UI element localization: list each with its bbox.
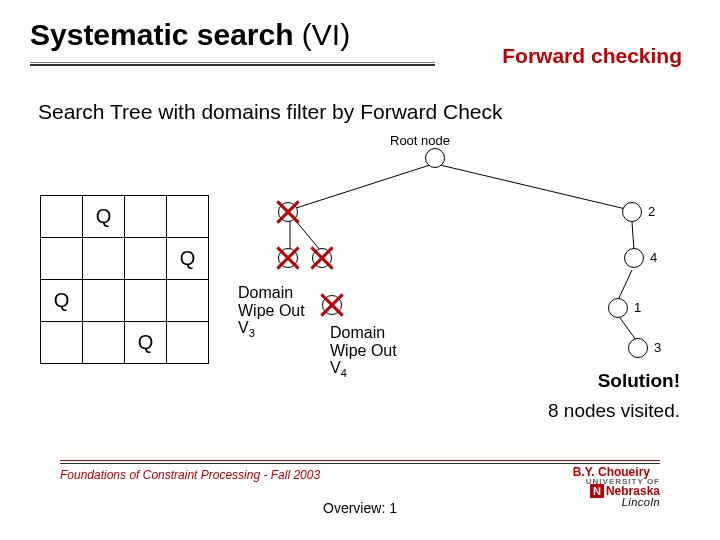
wipe2-l2: Wipe Out: [330, 342, 397, 359]
title-paren: (VI): [294, 18, 351, 51]
queen-cell: Q: [83, 196, 125, 238]
svg-line-5: [618, 270, 632, 300]
wipeout-label-1: Domain Wipe Out V3: [238, 284, 305, 339]
svg-line-0: [290, 165, 430, 210]
tree-node: [608, 298, 628, 318]
node-number: 4: [650, 250, 657, 265]
wipe1-sub: 3: [249, 327, 255, 339]
queen-cell: Q: [41, 280, 83, 322]
queen-cell: Q: [125, 322, 167, 364]
cross-icon: [275, 199, 301, 225]
wipe2-sub: 4: [341, 367, 347, 379]
footer-overview: Overview: 1: [0, 500, 720, 516]
wipe2-l1: Domain: [330, 324, 385, 341]
tree-node: [624, 248, 644, 268]
table-row: Q: [41, 196, 209, 238]
title-area: Systematic search (VI) Forward checking: [30, 18, 690, 52]
wipeout-label-2: Domain Wipe Out V4: [330, 324, 397, 379]
tree-node: [622, 202, 642, 222]
svg-line-4: [632, 222, 634, 250]
nebraska-n-icon: N: [590, 484, 604, 498]
node-number: 2: [648, 204, 655, 219]
subtitle: Search Tree with domains filter by Forwa…: [38, 100, 503, 124]
node-number: 3: [654, 340, 661, 355]
solution-label: Solution!: [598, 370, 680, 392]
tree-node: [628, 338, 648, 358]
svg-line-1: [440, 165, 630, 210]
wipe2-var: V: [330, 359, 341, 376]
cross-icon: [319, 292, 345, 318]
root-node-label: Root node: [390, 133, 450, 148]
title-main: Systematic search: [30, 18, 294, 51]
node-number: 1: [634, 300, 641, 315]
wipe1-l2: Wipe Out: [238, 302, 305, 319]
cross-icon: [275, 245, 301, 271]
table-row: Q: [41, 238, 209, 280]
wipe1-l1: Domain: [238, 284, 293, 301]
queen-cell: Q: [167, 238, 209, 280]
queens-board: Q Q Q Q: [40, 195, 209, 364]
footer-rule: [60, 460, 660, 461]
table-row: Q: [41, 322, 209, 364]
title-right: Forward checking: [502, 44, 682, 68]
footer-rule2: [60, 463, 660, 464]
cross-icon: [309, 245, 335, 271]
tree-node-root: [425, 148, 445, 168]
svg-line-6: [620, 318, 636, 340]
slide: Systematic search (VI) Forward checking …: [0, 0, 720, 540]
title-underline: [30, 62, 435, 65]
visited-label: 8 nodes visited.: [548, 400, 680, 422]
table-row: Q: [41, 280, 209, 322]
wipe1-var: V: [238, 319, 249, 336]
footer-left: Foundations of Constraint Processing - F…: [60, 468, 320, 482]
